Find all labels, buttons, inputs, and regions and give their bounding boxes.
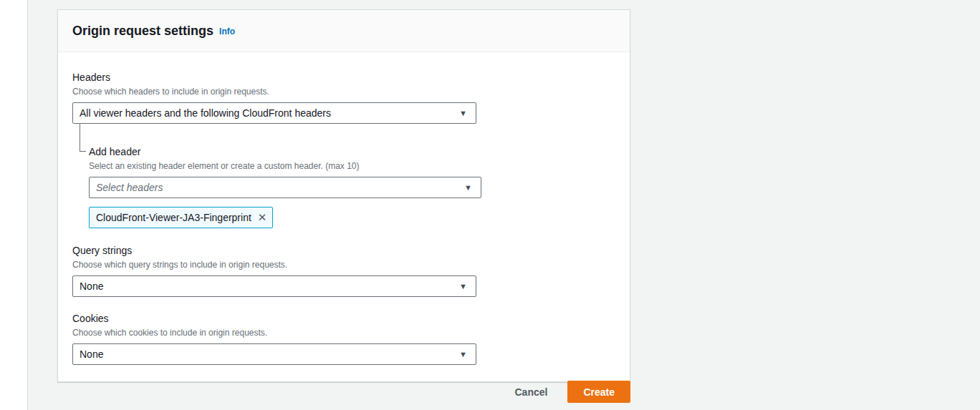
panel-header: Origin request settingsInfo [58,10,630,52]
add-header-field: Add header Select an existing header ele… [89,124,615,228]
add-header-description: Select an existing header element or cre… [89,160,615,172]
form-actions: Cancel Create [57,381,630,403]
headers-select-value: All viewer headers and the following Clo… [80,107,331,119]
side-panel-edge [0,0,28,410]
connector-line [80,124,86,152]
query-strings-field: Query strings Choose which query strings… [72,243,615,297]
caret-down-icon: ▼ [459,351,467,358]
add-header-select[interactable]: Select headers ▼ [89,177,481,198]
cookies-select[interactable]: None ▼ [72,343,476,365]
query-strings-select-value: None [80,280,103,292]
cookies-field: Cookies Choose which cookies to include … [72,311,615,365]
caret-down-icon: ▼ [464,184,472,192]
caret-down-icon: ▼ [459,283,467,291]
close-icon[interactable]: ✕ [256,211,269,225]
headers-select[interactable]: All viewer headers and the following Clo… [72,102,476,124]
headers-description: Choose which headers to include in origi… [72,86,615,97]
cookies-label: Cookies [72,311,615,326]
caret-down-icon: ▼ [459,109,467,117]
info-link[interactable]: Info [219,26,235,36]
add-header-label: Add header [89,145,615,159]
headers-label: Headers [72,70,615,84]
header-token: CloudFront-Viewer-JA3-Fingerprint ✕ [89,207,273,228]
cookies-select-value: None [80,348,103,360]
cookies-description: Choose which cookies to include in origi… [72,327,615,338]
panel-title: Origin request settings [72,24,213,38]
headers-field: Headers Choose which headers to include … [72,70,615,124]
create-button[interactable]: Create [567,381,630,403]
query-strings-label: Query strings [72,243,615,258]
query-strings-description: Choose which query strings to include in… [72,259,615,270]
panel-body: Headers Choose which headers to include … [58,52,630,381]
query-strings-select[interactable]: None ▼ [72,275,476,297]
cancel-button[interactable]: Cancel [511,384,550,401]
add-header-group: Add header Select an existing header ele… [72,124,615,228]
origin-request-settings-panel: Origin request settingsInfo Headers Choo… [57,9,630,382]
add-header-select-placeholder: Select headers [96,182,163,193]
header-token-label: CloudFront-Viewer-JA3-Fingerprint [96,212,251,223]
